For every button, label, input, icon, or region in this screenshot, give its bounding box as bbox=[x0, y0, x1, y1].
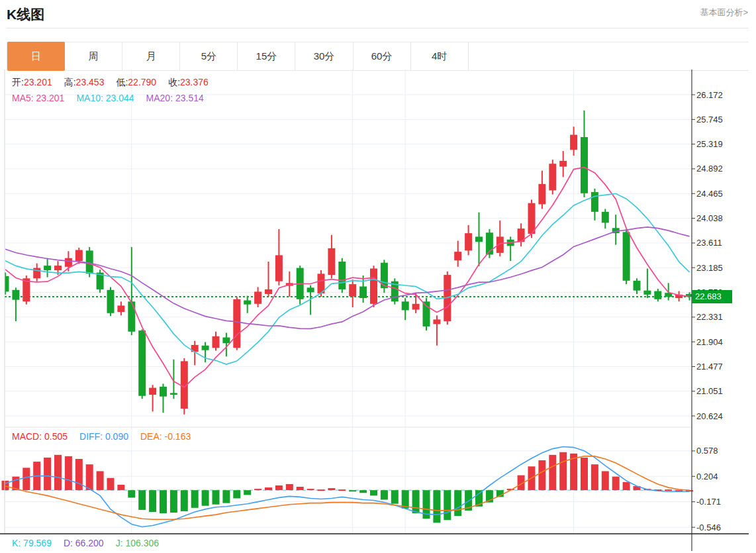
tab-day[interactable]: 日 bbox=[7, 42, 65, 71]
candle-body bbox=[433, 319, 440, 324]
macd-hist-bar bbox=[202, 490, 209, 506]
candle-body bbox=[233, 299, 240, 348]
candles-group bbox=[2, 111, 694, 415]
candle-body bbox=[65, 258, 72, 267]
tab-30min[interactable]: 30分 bbox=[295, 42, 353, 70]
tab-week[interactable]: 周 bbox=[65, 42, 122, 70]
macd-hist-bar bbox=[128, 490, 135, 497]
macd-axis-label: -0.546 bbox=[696, 523, 721, 532]
macd-hist-bar bbox=[318, 489, 325, 491]
y-axis-label: 25.745 bbox=[696, 115, 723, 125]
macd-hist-bar bbox=[170, 490, 177, 513]
tab-5min[interactable]: 5分 bbox=[180, 42, 238, 70]
candle-body bbox=[222, 337, 230, 343]
macd-hist-bar bbox=[349, 490, 356, 491]
macd-hist-bar bbox=[254, 489, 261, 490]
candle-body bbox=[602, 212, 609, 223]
macd-hist-bar bbox=[191, 490, 199, 508]
candle-body bbox=[128, 301, 135, 331]
macd-hist-bar bbox=[307, 489, 314, 490]
macd-dea: DEA: -0.163 bbox=[140, 431, 191, 442]
tab-4hour[interactable]: 4时 bbox=[411, 42, 469, 70]
macd-hist-bar bbox=[602, 471, 609, 490]
candle-body bbox=[213, 336, 220, 348]
macd-hist-bar bbox=[213, 490, 220, 505]
macd-hist-bar bbox=[591, 464, 598, 490]
y-axis-label: 22.331 bbox=[696, 312, 723, 322]
macd-hist-bar bbox=[444, 490, 451, 520]
macd-diff: DIFF: 0.090 bbox=[79, 431, 128, 442]
tab-15min[interactable]: 15分 bbox=[238, 42, 295, 70]
current-price-label: 22.683 bbox=[692, 290, 732, 303]
candle-body bbox=[254, 291, 261, 303]
candle-body bbox=[160, 387, 167, 397]
macd-macd: MACD: 0.505 bbox=[12, 431, 68, 442]
candle-body bbox=[202, 346, 209, 350]
ohlc-open: 开:23.201 bbox=[12, 77, 52, 89]
macd-hist-bar bbox=[297, 487, 304, 490]
candlestick-chart-plot[interactable]: 26.17225.74525.31924.89224.46524.03823.6… bbox=[0, 70, 756, 553]
candle-body bbox=[559, 161, 567, 167]
macd-axis-label: 0.204 bbox=[696, 472, 718, 481]
kdj-legend: K: 79.569D: 66.200J: 106.306 bbox=[12, 538, 159, 548]
macd-hist-bar bbox=[265, 487, 272, 490]
candle-body bbox=[591, 192, 598, 212]
ohlc-close: 收:23.376 bbox=[168, 77, 209, 89]
candle-body bbox=[538, 184, 545, 205]
ma20-line bbox=[5, 227, 690, 329]
macd-hist-bar bbox=[433, 490, 440, 523]
macd-hist-bar bbox=[117, 485, 124, 490]
fundamental-analysis-link[interactable]: 基本面分析> bbox=[700, 7, 748, 19]
macd-hist-bar bbox=[623, 482, 630, 490]
macd-hist-bar bbox=[538, 460, 545, 490]
macd-hist-bar bbox=[370, 490, 377, 495]
ma-ma5: MA5: 23.201 bbox=[12, 93, 64, 103]
candle-body bbox=[328, 248, 335, 275]
macd-hist-bar bbox=[381, 490, 388, 499]
ohlc-low: 低:22.790 bbox=[116, 77, 156, 89]
y-axis-label: 23.611 bbox=[696, 238, 722, 248]
y-axis-label: 25.319 bbox=[696, 139, 723, 149]
macd-hist-bar bbox=[559, 452, 567, 490]
candle-body bbox=[581, 137, 588, 193]
candle-body bbox=[496, 236, 504, 252]
y-axis-label: 24.892 bbox=[696, 164, 723, 174]
candle-body bbox=[307, 287, 314, 292]
candle-body bbox=[75, 250, 83, 261]
macd-hist-bar bbox=[138, 490, 146, 510]
ma-ma10: MA10: 23.044 bbox=[76, 93, 134, 103]
candle-body bbox=[275, 255, 283, 281]
chart-area: 26.17225.74525.31924.89224.46524.03823.6… bbox=[0, 70, 756, 553]
macd-hist-bar bbox=[86, 464, 93, 490]
tab-60min[interactable]: 60分 bbox=[354, 42, 411, 70]
candle-body bbox=[370, 268, 377, 303]
tab-month[interactable]: 月 bbox=[122, 42, 180, 70]
macd-hist-bar bbox=[338, 489, 346, 491]
kdj-j: J: 106.306 bbox=[116, 538, 159, 548]
kdj-d: D: 66.200 bbox=[64, 538, 104, 548]
candle-body bbox=[549, 164, 556, 190]
candle-body bbox=[138, 330, 146, 396]
candle-body bbox=[244, 301, 251, 305]
candle-body bbox=[465, 233, 472, 250]
candle-body bbox=[117, 305, 124, 312]
macd-hist-bar bbox=[275, 485, 283, 490]
candle-body bbox=[359, 287, 367, 298]
candle-body bbox=[643, 291, 651, 295]
candle-body bbox=[170, 393, 177, 395]
kline-page: K线图 基本面分析> 日周月5分15分30分60分4时 26.17225.745… bbox=[0, 0, 756, 553]
y-axis-label: 24.465 bbox=[696, 189, 723, 199]
candle-body bbox=[570, 135, 577, 150]
macd-hist-bar bbox=[412, 490, 420, 513]
ma-legend: MA5: 23.201MA10: 23.044MA20: 23.514 bbox=[12, 93, 204, 103]
ma-ma20: MA20: 23.514 bbox=[146, 93, 204, 103]
candle-body bbox=[528, 203, 536, 234]
y-axis-label: 21.477 bbox=[696, 362, 723, 372]
macd-hist-bar bbox=[328, 488, 335, 490]
macd-hist-bar bbox=[65, 456, 72, 490]
candle-body bbox=[2, 276, 9, 292]
candle-body bbox=[349, 284, 356, 296]
macd-hist-bar bbox=[665, 489, 672, 491]
macd-hist-bar bbox=[222, 490, 230, 503]
candle-body bbox=[107, 290, 115, 313]
